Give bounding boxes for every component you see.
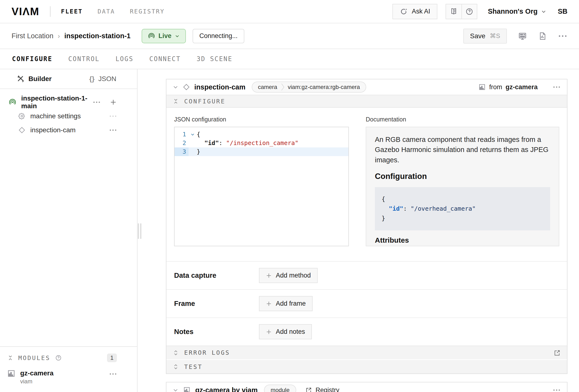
module-icon: [7, 369, 15, 378]
nav-fleet[interactable]: FLEET: [61, 8, 83, 15]
from-module-name: gz-camera: [506, 83, 538, 91]
user-avatar[interactable]: SB: [558, 7, 568, 15]
data-capture-label: Data capture: [174, 272, 259, 279]
json-label: JSON: [98, 75, 116, 83]
component-type: camera: [252, 84, 281, 90]
doc-description: An RGB camera component that reads image…: [375, 134, 550, 165]
sidebar-resize-handle[interactable]: [138, 224, 141, 239]
test-label: TEST: [184, 363, 203, 370]
from-prefix: from: [489, 83, 502, 91]
modules-panel: MODULES 1: [0, 346, 137, 392]
add-frame-button[interactable]: Add frame: [259, 296, 313, 311]
gz-camera-module-card: gz-camera by viam module Registry: [166, 382, 568, 392]
tab-connect[interactable]: CONNECT: [149, 55, 181, 63]
module-icon: [183, 387, 190, 392]
component-name: inspection-cam: [194, 83, 245, 91]
connecting-button[interactable]: Connecting...: [193, 29, 244, 43]
tree-item-machine-settings[interactable]: machine settings: [0, 109, 137, 123]
documentation-panel[interactable]: An RGB camera component that reads image…: [366, 127, 559, 246]
component-diamond-icon: [183, 83, 190, 91]
tree-item-machine-part[interactable]: inspection-station-1-main: [0, 95, 137, 109]
machine-part-menu-icon[interactable]: [93, 101, 100, 103]
live-chevron-icon: [175, 34, 180, 38]
plus-icon: [266, 272, 272, 279]
component-menu-icon[interactable]: [553, 86, 561, 88]
documentation-label: Documentation: [366, 116, 559, 123]
configure-section-bar[interactable]: CONFIGURE: [166, 95, 567, 108]
tools-icon: [17, 75, 24, 83]
registry-link[interactable]: Registry: [305, 387, 339, 392]
tree-item-inspection-cam[interactable]: inspection-cam: [0, 123, 137, 137]
header-divider: [50, 6, 51, 17]
modules-help-icon[interactable]: [55, 354, 62, 361]
ask-ai-button[interactable]: Ask AI: [392, 4, 437, 19]
module-icon: [479, 83, 486, 91]
nav-registry[interactable]: REGISTRY: [130, 8, 164, 15]
inspection-cam-menu-icon[interactable]: [109, 129, 117, 131]
code-fold-icon[interactable]: [189, 130, 197, 139]
org-name: Shannon's Org: [488, 7, 538, 15]
modules-header[interactable]: MODULES 1: [7, 354, 117, 362]
add-method-button[interactable]: Add method: [259, 268, 318, 283]
save-label: Save: [470, 32, 486, 40]
modules-title: MODULES: [18, 354, 50, 361]
viam-logo[interactable]: VIΛM: [11, 5, 39, 17]
machine-part-name: inspection-station-1-main: [21, 94, 93, 110]
module-item-gz-camera[interactable]: gz-camera viam: [7, 369, 117, 385]
org-switcher[interactable]: Shannon's Org: [488, 7, 546, 15]
card-chevron-icon[interactable]: [173, 84, 178, 90]
test-bar[interactable]: TEST: [166, 360, 567, 374]
module-org: viam: [20, 378, 54, 385]
add-notes-button[interactable]: Add notes: [259, 324, 312, 339]
module-name: gz-camera: [20, 369, 54, 377]
connecting-label: Connecting...: [199, 32, 238, 40]
documentation-column: Documentation An RGB camera component th…: [366, 116, 559, 246]
ask-ai-sparkle-icon: [400, 7, 408, 16]
breadcrumb-location[interactable]: First Location: [11, 32, 53, 40]
component-type-pill: camera viam:gz-camera:rgb-camera: [252, 81, 366, 93]
file-report-icon[interactable]: [538, 32, 547, 40]
tab-3d-scene[interactable]: 3D SCENE: [197, 55, 232, 63]
code-text: {: [197, 130, 200, 139]
fold-icon: [7, 355, 13, 361]
docs-button[interactable]: [446, 4, 461, 19]
module-card-menu-icon[interactable]: [553, 389, 561, 391]
header-right: Ask AI: [392, 4, 568, 19]
fold-icon: [173, 98, 179, 104]
add-method-label: Add method: [276, 272, 311, 279]
json-config-column: JSON configuration 1 { 2: [174, 116, 349, 246]
json-mode-button[interactable]: {} JSON: [69, 69, 137, 88]
pill-divider: [281, 83, 285, 91]
registry-label: Registry: [315, 387, 339, 392]
modules-count-badge: 1: [107, 354, 117, 362]
add-notes-label: Add notes: [276, 328, 305, 335]
config-sidebar: Builder {} JSON inspection: [0, 69, 138, 392]
live-status-dropdown[interactable]: Live: [142, 29, 186, 43]
error-logs-label: ERROR LOGS: [184, 349, 230, 356]
open-error-logs-icon[interactable]: [554, 349, 561, 356]
add-component-icon[interactable]: [110, 99, 117, 106]
json-config-editor[interactable]: 1 { 2 "id": "/inspection_camera": [174, 127, 349, 246]
module-menu-icon[interactable]: [109, 373, 117, 375]
machine-toolbar: First Location › inspection-station-1 Li…: [0, 23, 579, 49]
tab-configure[interactable]: CONFIGURE: [12, 55, 52, 63]
monitor-icon[interactable]: [518, 31, 527, 41]
toolbar-right: Save ⌘S: [463, 29, 568, 44]
nav-data[interactable]: DATA: [98, 8, 115, 15]
card-chevron-icon[interactable]: [173, 387, 178, 392]
builder-mode-button[interactable]: Builder: [0, 69, 69, 88]
doc-code-block: { "id": "/overhead_camera" }: [375, 187, 550, 230]
tab-control[interactable]: CONTROL: [68, 55, 100, 63]
error-logs-bar[interactable]: ERROR LOGS: [166, 346, 567, 360]
toolbar-ellipsis-menu[interactable]: [558, 34, 568, 38]
tab-logs[interactable]: LOGS: [115, 55, 134, 63]
help-button[interactable]: [461, 4, 477, 19]
save-button[interactable]: Save ⌘S: [463, 29, 507, 44]
machine-settings-menu-icon[interactable]: [109, 115, 117, 117]
json-config-label: JSON configuration: [174, 116, 349, 123]
primary-nav: FLEET DATA REGISTRY: [61, 8, 165, 15]
help-icon-group: [445, 4, 477, 19]
line-number: 3: [175, 148, 189, 156]
code-text: }: [197, 148, 200, 156]
machine-part-icon: [9, 98, 16, 106]
